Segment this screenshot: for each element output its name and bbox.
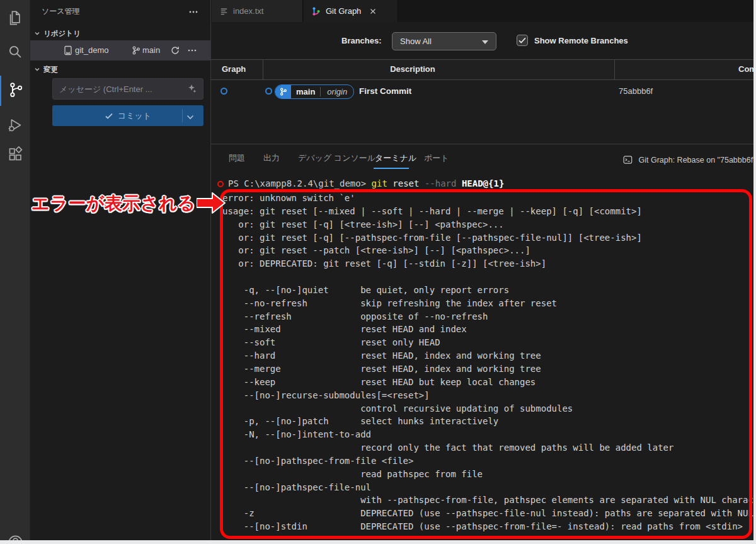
annotation-arrow-icon — [197, 192, 226, 217]
active-tab-underline — [374, 168, 409, 169]
git-graph-icon — [311, 6, 321, 16]
commit-message: First Commit — [359, 86, 411, 96]
activity-item-search[interactable] — [0, 38, 30, 68]
section-repositories[interactable]: リポジトリ — [30, 26, 211, 40]
sparkle-icon[interactable] — [186, 83, 197, 96]
section-changes[interactable]: 変更 — [30, 62, 211, 76]
command-subcommand: reset — [392, 178, 425, 188]
panel-tab-debug-console[interactable]: デバッグ コンソール — [298, 153, 375, 164]
column-header-graph: Graph — [222, 64, 246, 74]
editor-tab-bar: index.txt Git Graph — [211, 0, 753, 22]
terminal-session-label[interactable]: Git Graph: Rebase on "75abbb6f" — [623, 155, 753, 166]
checkmark-icon — [517, 35, 527, 45]
repository-row[interactable]: git_demo main — [30, 40, 211, 61]
activity-item-explorer[interactable] — [0, 4, 30, 34]
command-argument: HEAD@{1} — [462, 178, 504, 188]
git-graph-controls: Branches: Show All Show Remote Branches — [211, 22, 753, 59]
search-icon — [7, 43, 24, 63]
column-divider — [263, 60, 263, 79]
terminal-output[interactable]: error: unknown switch `e' usage: git res… — [222, 192, 753, 533]
extensions-icon — [7, 146, 24, 165]
show-remote-branches-checkbox[interactable] — [517, 35, 528, 46]
run-debug-icon — [7, 117, 24, 136]
command-flag: --hard — [425, 178, 462, 188]
sync-icon[interactable] — [170, 45, 180, 57]
chevron-down-icon — [34, 66, 40, 74]
files-icon — [7, 9, 24, 29]
activity-item-source-control[interactable] — [0, 76, 30, 106]
account-icon — [7, 534, 24, 541]
commit-node-icon — [220, 88, 227, 95]
branch-head-icon — [275, 84, 291, 99]
commit-hash: 75abbb6f — [619, 86, 653, 96]
annotation: エラーが表示される — [32, 190, 227, 217]
activity-bar — [0, 0, 30, 540]
commit-node-icon — [265, 88, 272, 95]
repository-name: git_demo — [75, 45, 108, 55]
activity-item-extensions[interactable] — [0, 140, 30, 170]
text-file-icon — [219, 6, 229, 16]
close-icon[interactable] — [369, 7, 377, 16]
badge-remote-name: origin — [321, 87, 353, 96]
commit-button-divider — [182, 109, 183, 122]
branches-filter-dropdown[interactable]: Show All — [392, 32, 496, 50]
branch-badge[interactable]: main origin — [275, 84, 354, 99]
tab-index-txt[interactable]: index.txt — [212, 0, 303, 22]
sidebar-title-row: ソース管理 — [30, 4, 211, 19]
terminal-icon — [623, 155, 633, 166]
chevron-down-icon — [34, 30, 40, 38]
source-control-icon — [8, 81, 25, 101]
panel-tab-ports[interactable]: ポート — [424, 153, 449, 164]
activity-item-account[interactable] — [0, 528, 30, 540]
panel-tab-problems[interactable]: 問題 — [229, 153, 245, 164]
show-remote-branches-label: Show Remote Branches — [534, 36, 628, 45]
sidebar-source-control: ソース管理 リポジトリ git_demo main 変更 コミット — [30, 0, 211, 540]
commit-message-input[interactable] — [52, 78, 203, 100]
vscode-window: ソース管理 リポジトリ git_demo main 変更 コミット — [0, 0, 753, 540]
repo-more-actions-icon[interactable] — [187, 45, 197, 57]
sidebar-title: ソース管理 — [42, 6, 80, 17]
panel-tab-output[interactable]: 出力 — [263, 153, 280, 164]
tab-git-graph[interactable]: Git Graph — [304, 0, 398, 22]
column-divider — [614, 60, 615, 79]
terminal-prompt: PS C:\xampp8.2.4\git_demo> — [228, 178, 372, 188]
branch-name[interactable]: main — [142, 45, 160, 55]
git-branch-icon — [132, 46, 140, 57]
terminal-command-line[interactable]: PS C:\xampp8.2.4\git_demo> git reset --h… — [228, 178, 504, 188]
repo-icon — [63, 45, 73, 57]
column-header-description: Description — [378, 64, 447, 74]
panel-tab-terminal[interactable]: ターミナル — [375, 153, 416, 164]
annotation-label: エラーが表示される — [32, 192, 195, 216]
caret-down-icon — [482, 40, 488, 44]
commit-button[interactable]: コミット — [52, 105, 203, 126]
branches-label: Branches: — [341, 36, 382, 45]
activity-item-run-debug[interactable] — [0, 111, 30, 141]
git-graph-table-header: Graph Description Commit — [211, 59, 753, 80]
commit-row[interactable]: main origin First Commit 75abbb6f — [211, 81, 753, 102]
check-icon — [105, 112, 113, 120]
command-program: git — [372, 178, 393, 188]
column-header-commit: Commit — [738, 64, 753, 74]
sidebar-more-actions-icon[interactable] — [188, 7, 198, 20]
badge-branch-name: main — [291, 87, 320, 96]
commit-dropdown-icon[interactable] — [186, 111, 194, 122]
command-failed-indicator-icon — [217, 181, 224, 187]
